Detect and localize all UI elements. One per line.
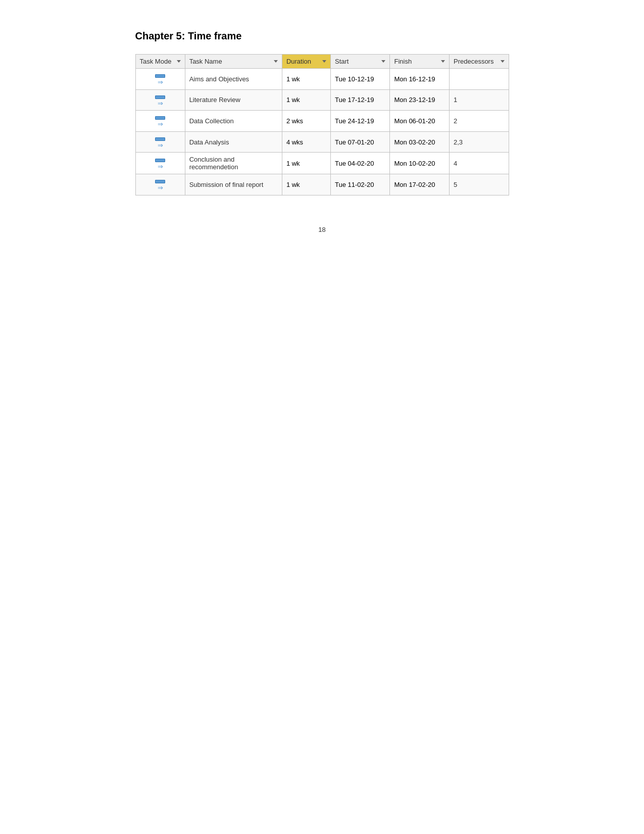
finish-cell: Mon 03-02-20	[390, 131, 449, 153]
task-name-cell: Literature Review	[185, 89, 282, 111]
task-mode-cell: ⇒	[135, 153, 185, 174]
duration-cell: 1 wk	[282, 89, 330, 111]
table-row: ⇒ Aims and Objectives1 wkTue 10-12-19Mon…	[135, 69, 509, 90]
duration-cell: 1 wk	[282, 174, 330, 195]
table-row: ⇒ Literature Review1 wkTue 17-12-19Mon 2…	[135, 89, 509, 111]
page-number: 18	[135, 226, 509, 233]
task-name-cell: Data Analysis	[185, 131, 282, 153]
finish-cell: Mon 10-02-20	[390, 153, 449, 174]
duration-cell: 4 wks	[282, 131, 330, 153]
task-icon-bar	[155, 159, 165, 162]
col-header-task-mode[interactable]: Task Mode	[135, 55, 185, 69]
col-header-finish[interactable]: Finish	[390, 55, 449, 69]
task-mode-icon: ⇒	[155, 116, 165, 128]
start-cell: Tue 10-12-19	[331, 69, 390, 90]
start-cell: Tue 24-12-19	[331, 111, 390, 132]
col-header-task-name[interactable]: Task Name	[185, 55, 282, 69]
duration-cell: 1 wk	[282, 153, 330, 174]
task-icon-bar	[155, 74, 165, 78]
task-icon-bar	[155, 180, 165, 183]
task-icon-arrow: ⇒	[158, 141, 163, 150]
predecessors-cell: 1	[449, 89, 509, 111]
start-cell: Tue 11-02-20	[331, 174, 390, 195]
task-icon-arrow: ⇒	[158, 120, 163, 128]
predecessors-cell: 2	[449, 111, 509, 132]
table-header-row: Task Mode Task Name Duration	[135, 55, 509, 69]
task-name-cell: Submission of final report	[185, 174, 282, 195]
sort-arrow-finish	[441, 60, 445, 63]
sort-arrow-duration	[322, 60, 326, 63]
table-row: ⇒ Submission of final report1 wkTue 11-0…	[135, 174, 509, 195]
gantt-table: Task Mode Task Name Duration	[135, 54, 509, 195]
finish-cell: Mon 16-12-19	[390, 69, 449, 90]
task-icon-arrow: ⇒	[158, 163, 163, 171]
finish-cell: Mon 06-01-20	[390, 111, 449, 132]
task-mode-icon: ⇒	[155, 95, 165, 108]
finish-cell: Mon 23-12-19	[390, 89, 449, 111]
task-mode-icon: ⇒	[155, 74, 165, 86]
finish-cell: Mon 17-02-20	[390, 174, 449, 195]
start-cell: Tue 17-12-19	[331, 89, 390, 111]
col-header-predecessors[interactable]: Predecessors	[449, 55, 509, 69]
start-cell: Tue 07-01-20	[331, 131, 390, 153]
chapter-title: Chapter 5: Time frame	[135, 30, 509, 42]
task-name-cell: Data Collection	[185, 111, 282, 132]
task-mode-icon: ⇒	[155, 137, 165, 150]
task-mode-cell: ⇒	[135, 131, 185, 153]
sort-arrow-predecessors	[501, 60, 505, 63]
sort-arrow-task-name	[274, 60, 278, 63]
task-mode-cell: ⇒	[135, 89, 185, 111]
predecessors-cell: 2,3	[449, 131, 509, 153]
table-row: ⇒ Conclusion and recommendetion1 wkTue 0…	[135, 153, 509, 174]
col-header-start[interactable]: Start	[331, 55, 390, 69]
task-mode-cell: ⇒	[135, 69, 185, 90]
predecessors-cell	[449, 69, 509, 90]
task-mode-icon: ⇒	[155, 180, 165, 192]
task-icon-bar	[155, 116, 165, 120]
task-mode-icon: ⇒	[155, 159, 165, 171]
start-cell: Tue 04-02-20	[331, 153, 390, 174]
task-icon-arrow: ⇒	[158, 100, 163, 108]
page: Chapter 5: Time frame Task Mode Task Nam…	[95, 0, 550, 834]
task-name-cell: Conclusion and recommendetion	[185, 153, 282, 174]
sort-arrow-start	[381, 60, 385, 63]
table-row: ⇒ Data Analysis4 wksTue 07-01-20Mon 03-0…	[135, 131, 509, 153]
col-header-duration[interactable]: Duration	[282, 55, 330, 69]
task-icon-bar	[155, 95, 165, 99]
task-icon-arrow: ⇒	[158, 78, 163, 86]
duration-cell: 1 wk	[282, 69, 330, 90]
predecessors-cell: 5	[449, 174, 509, 195]
duration-cell: 2 wks	[282, 111, 330, 132]
predecessors-cell: 4	[449, 153, 509, 174]
task-mode-cell: ⇒	[135, 174, 185, 195]
task-name-cell: Aims and Objectives	[185, 69, 282, 90]
task-icon-bar	[155, 137, 165, 141]
task-icon-arrow: ⇒	[158, 184, 163, 192]
task-mode-cell: ⇒	[135, 111, 185, 132]
table-row: ⇒ Data Collection2 wksTue 24-12-19Mon 06…	[135, 111, 509, 132]
sort-arrow-task-mode	[177, 60, 181, 63]
